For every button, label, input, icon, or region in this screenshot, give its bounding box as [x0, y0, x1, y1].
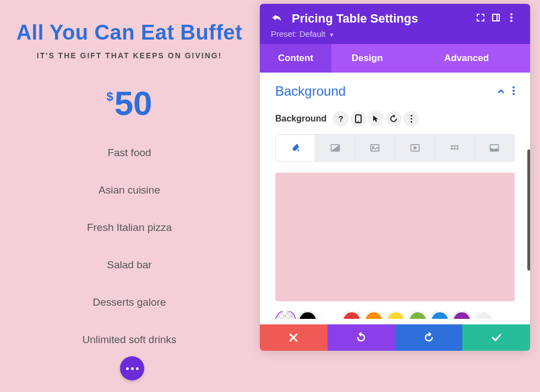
swatch-green[interactable]	[408, 311, 427, 319]
bg-color-tab[interactable]	[276, 135, 315, 161]
hover-icon[interactable]	[368, 111, 384, 126]
responsive-icon[interactable]	[351, 111, 366, 126]
dot-icon	[136, 367, 139, 370]
preset-selector[interactable]: Preset: Default ▼	[271, 29, 519, 38]
dot-icon	[126, 367, 129, 370]
feature-item: Asian cuisine	[0, 184, 259, 196]
svg-point-2	[510, 13, 512, 15]
swatch-black[interactable]	[298, 311, 317, 319]
bg-video-tab[interactable]	[395, 135, 434, 161]
svg-point-4	[510, 20, 512, 22]
module-options-fab[interactable]	[120, 356, 144, 380]
preset-value: Default	[299, 29, 326, 38]
background-color-preview[interactable]	[275, 173, 515, 301]
bg-pattern-tab[interactable]	[434, 135, 474, 161]
property-label: Background	[275, 114, 326, 124]
swatch-red[interactable]	[342, 311, 361, 319]
svg-point-6	[512, 90, 515, 92]
swatch-purple[interactable]	[452, 311, 471, 319]
modal-tabs: Content Design Advanced	[260, 44, 530, 73]
svg-rect-19	[456, 145, 458, 147]
svg-rect-17	[451, 145, 452, 147]
section-title[interactable]: Background	[275, 84, 497, 99]
svg-point-5	[512, 86, 515, 89]
kebab-icon[interactable]	[504, 13, 519, 25]
swatch-orange[interactable]	[364, 311, 383, 319]
reset-icon[interactable]	[386, 111, 401, 126]
section-background: Background Background ?	[260, 73, 530, 324]
svg-point-10	[411, 115, 412, 117]
svg-point-11	[411, 118, 412, 120]
kebab-icon[interactable]	[512, 85, 515, 98]
svg-rect-18	[454, 145, 455, 147]
color-swatches	[275, 311, 515, 319]
settings-modal: Pricing Table Settings Preset: Default ▼…	[260, 4, 530, 351]
svg-point-7	[512, 93, 515, 95]
bg-image-tab[interactable]	[355, 135, 395, 161]
pricing-title: All You Can Eat Buffet	[0, 21, 259, 45]
pricing-features: Fast food Asian cuisine Fresh Italian pi…	[0, 147, 259, 346]
tab-advanced[interactable]: Advanced	[403, 44, 530, 73]
caret-down-icon: ▼	[329, 32, 334, 38]
feature-item: Unlimited soft drinks	[0, 334, 259, 346]
swatch-grey[interactable]	[474, 311, 493, 319]
svg-point-3	[510, 16, 512, 19]
svg-rect-0	[493, 14, 499, 21]
background-type-tabs	[275, 134, 515, 162]
kebab-icon[interactable]	[403, 111, 419, 126]
help-icon[interactable]: ?	[333, 111, 348, 126]
pricing-price: $50	[0, 86, 259, 120]
swatch-transparent[interactable]	[276, 311, 295, 319]
feature-item: Desserts galore	[0, 296, 259, 308]
tab-content[interactable]: Content	[260, 44, 331, 73]
swatch-white[interactable]	[320, 311, 339, 319]
modal-title: Pricing Table Settings	[292, 12, 473, 26]
preset-label: Preset:	[271, 29, 297, 38]
feature-item: Fast food	[0, 147, 259, 159]
svg-point-9	[358, 121, 359, 122]
price-value: 50	[114, 84, 152, 122]
tab-design[interactable]: Design	[331, 44, 403, 73]
dot-icon	[131, 367, 134, 370]
redo-button[interactable]	[395, 324, 463, 351]
chevron-up-icon[interactable]	[497, 86, 505, 96]
expand-icon[interactable]	[473, 13, 488, 25]
swatch-yellow[interactable]	[386, 311, 405, 319]
bg-gradient-tab[interactable]	[315, 135, 354, 161]
svg-point-12	[411, 121, 412, 123]
price-currency: $	[106, 90, 113, 103]
feature-item: Salad bar	[0, 259, 259, 271]
modal-header: Pricing Table Settings Preset: Default ▼	[260, 4, 530, 44]
cancel-button[interactable]	[260, 324, 328, 351]
bg-mask-tab[interactable]	[474, 135, 514, 161]
pricing-subtitle: IT'S THE GIFT THAT KEEPS ON GIVING!	[0, 51, 259, 60]
scrollbar[interactable]	[527, 150, 530, 270]
save-button[interactable]	[462, 324, 530, 351]
svg-rect-22	[456, 148, 458, 150]
undo-button[interactable]	[328, 324, 395, 351]
swatch-blue[interactable]	[430, 311, 449, 319]
feature-item: Fresh Italian pizza	[0, 222, 259, 234]
svg-rect-20	[451, 148, 452, 150]
snap-icon[interactable]	[488, 13, 504, 25]
pricing-table-preview: All You Can Eat Buffet IT'S THE GIFT THA…	[0, 0, 259, 371]
back-icon[interactable]	[271, 13, 282, 25]
svg-rect-21	[454, 148, 455, 150]
modal-footer	[260, 324, 530, 351]
